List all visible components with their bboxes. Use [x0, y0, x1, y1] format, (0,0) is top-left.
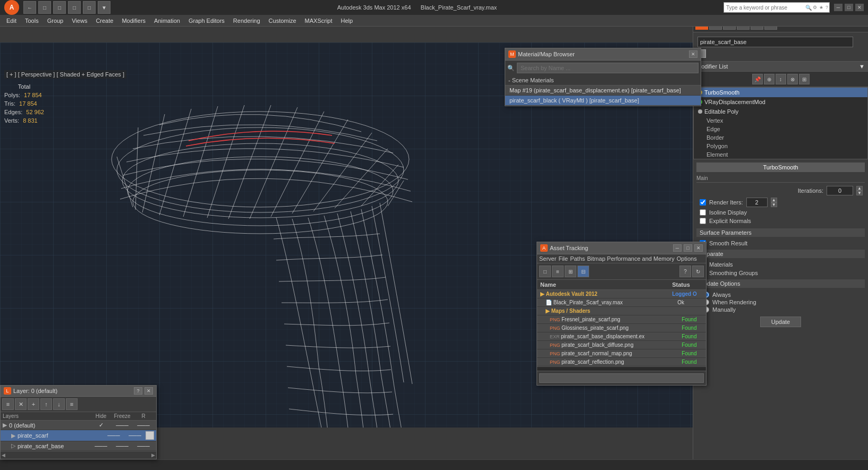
menu-edit[interactable]: Edit [2, 16, 21, 25]
layer-r-2[interactable]: ─── [133, 443, 154, 449]
table-row[interactable]: 📄 Black_Pirate_Scarf_vray.max Ok [537, 298, 706, 307]
modifier-editable-poly[interactable]: Editable Poly [694, 107, 867, 116]
search-addon[interactable]: ⚙ [812, 5, 818, 10]
menu-maxscript[interactable]: MAXScript [301, 16, 337, 25]
table-row[interactable]: ▶ Maps / Shaders [537, 307, 706, 315]
toolbar-icon[interactable]: ← [23, 1, 36, 14]
render-iters-checkbox[interactable] [700, 199, 706, 206]
layer-freeze-0[interactable]: ─── [112, 422, 133, 429]
layer-hide-0[interactable]: ✓ [90, 422, 112, 429]
layer-item-pirate-scarf[interactable]: ▶ pirate_scarf ─── ─── [1, 430, 156, 441]
at-minimize-button[interactable]: ─ [673, 244, 682, 252]
toolbar-icon[interactable]: □ [83, 1, 96, 14]
object-name-input[interactable] [697, 37, 853, 47]
at-menu-file[interactable]: File [558, 255, 568, 262]
table-row[interactable]: PNG Fresnel_pirate_scarf.png Found [537, 315, 706, 324]
update-button[interactable]: Update [760, 317, 801, 327]
menu-create[interactable]: Create [91, 16, 117, 25]
help-icon[interactable]: ? [824, 5, 829, 10]
spinner-up[interactable]: ▲ [856, 186, 863, 191]
at-menu-bitmap[interactable]: Bitmap Performance and Memory [587, 255, 674, 262]
close-button[interactable]: ✕ [855, 4, 864, 11]
search-addon2[interactable]: ★ [818, 5, 824, 10]
menu-rendering[interactable]: Rendering [229, 16, 265, 25]
table-row[interactable]: EXR pirate_scarf_base_displacement.ex Fo… [537, 332, 706, 341]
at-btn-2[interactable]: ≡ [552, 266, 564, 277]
layers-more-btn[interactable]: ≡ [66, 398, 78, 410]
menu-tools[interactable]: Tools [21, 16, 43, 25]
at-btn-4[interactable]: ⊟ [577, 266, 589, 277]
layers-add-btn[interactable]: + [28, 398, 39, 410]
table-row[interactable]: PNG pirate_scarf_black_diffuse.png Found [537, 341, 706, 349]
material-item-1[interactable]: pirate_scarf_black ( VRayMtl ) [pirate_s… [505, 96, 701, 106]
iterations-spinner[interactable]: ▲ ▼ [856, 186, 863, 195]
window-controls[interactable]: ─ □ ✕ [834, 4, 864, 11]
layers-down-btn[interactable]: ↓ [53, 398, 65, 410]
at-menu-server[interactable]: Server [539, 255, 556, 262]
layers-menu-btn[interactable]: ≡ [2, 398, 14, 410]
iterations-value[interactable]: 0 [827, 186, 853, 195]
at-btn-1[interactable]: □ [539, 266, 551, 277]
at-refresh-btn[interactable]: ↻ [692, 266, 704, 277]
pin-icon[interactable]: 📌 [752, 74, 763, 84]
modifier-list-header[interactable]: Modifier List ▼ [693, 62, 868, 72]
material-item-0[interactable]: Map #19 (pirate_scarf_base_displacement.… [505, 86, 701, 96]
sub-border[interactable]: Border [694, 133, 867, 142]
table-row[interactable]: PNG pirate_scarf_reflection.png Found [537, 358, 706, 366]
menu-group[interactable]: Group [43, 16, 68, 25]
menu-animation[interactable]: Animation [150, 16, 184, 25]
search-area[interactable]: 🔍 ⚙ ★ ? [724, 2, 830, 13]
toolbar-icon[interactable]: □ [68, 1, 81, 14]
layer-hide-2[interactable]: ─── [90, 443, 112, 449]
layer-hide-1[interactable]: ─── [103, 432, 124, 439]
sub-vertex[interactable]: Vertex [694, 116, 867, 125]
material-browser-close[interactable]: ✕ [689, 50, 697, 58]
table-row[interactable]: ▶ Autodesk Vault 2012 Logged O [537, 290, 706, 298]
layers-delete-btn[interactable]: ✕ [15, 398, 27, 410]
layers-help-btn[interactable]: ? [134, 387, 142, 395]
transform2-icon[interactable]: ↕ [776, 74, 786, 84]
modifier-dropdown-icon[interactable]: ▼ [859, 63, 865, 70]
layer-freeze-2[interactable]: ─── [112, 443, 133, 449]
at-close-button[interactable]: ✕ [694, 244, 703, 252]
spinner-up[interactable]: ▲ [771, 198, 777, 202]
minimize-button[interactable]: ─ [834, 4, 843, 11]
at-help-btn[interactable]: ? [679, 266, 691, 277]
toolbar-icon[interactable]: □ [53, 1, 66, 14]
at-path-input[interactable] [539, 373, 704, 383]
sub-edge[interactable]: Edge [694, 125, 867, 133]
layers-close-btn[interactable]: ✕ [144, 387, 153, 395]
layer-freeze-1[interactable]: ─── [124, 432, 146, 439]
keyword-search-input[interactable] [724, 5, 805, 11]
at-menu-options[interactable]: Options [677, 255, 697, 262]
table-row[interactable]: PNG Glossiness_pirate_scarf.png Found [537, 324, 706, 332]
render-iters-spinner[interactable]: ▲ ▼ [771, 198, 777, 207]
layers-scroll-right[interactable]: ▶ [151, 452, 155, 458]
transform4-icon[interactable]: ⊞ [799, 74, 810, 84]
menu-customize[interactable]: Customize [265, 16, 301, 25]
spinner-down[interactable]: ▼ [771, 202, 777, 207]
menu-graph-editors[interactable]: Graph Editors [184, 16, 229, 25]
render-iters-value[interactable]: 2 [746, 198, 768, 207]
menu-help[interactable]: Help [337, 16, 358, 25]
layers-scroll-left[interactable]: ◀ [2, 452, 5, 458]
layers-up-btn[interactable]: ↑ [40, 398, 52, 410]
layer-r-0[interactable]: ─── [133, 422, 154, 429]
toolbar-icon[interactable]: ▼ [98, 1, 110, 14]
explicit-normals-checkbox[interactable] [700, 218, 706, 224]
spinner-down[interactable]: ▼ [856, 191, 863, 195]
restore-button[interactable]: □ [845, 4, 853, 11]
table-row[interactable]: PNG pirate_scarf_normal_map.png Found [537, 349, 706, 358]
at-btn-3[interactable]: ⊞ [565, 266, 576, 277]
sub-element[interactable]: Element [694, 150, 867, 159]
at-menu-paths[interactable]: Paths [570, 255, 585, 262]
layer-item-default[interactable]: ▶ 0 (default) ✓ ─── ─── [1, 421, 156, 430]
material-search-input[interactable] [517, 63, 699, 73]
isoline-checkbox[interactable] [700, 209, 706, 216]
toolbar-icon[interactable]: □ [38, 1, 51, 14]
at-restore-button[interactable]: □ [684, 244, 692, 252]
layer-color-1[interactable] [146, 431, 154, 440]
layer-item-pirate-scarf-base[interactable]: ▷ pirate_scarf_base ─── ─── ─── [1, 441, 156, 451]
transform3-icon[interactable]: ⊗ [787, 74, 798, 84]
modifier-turbosmooth[interactable]: TurboSmooth [694, 88, 867, 97]
